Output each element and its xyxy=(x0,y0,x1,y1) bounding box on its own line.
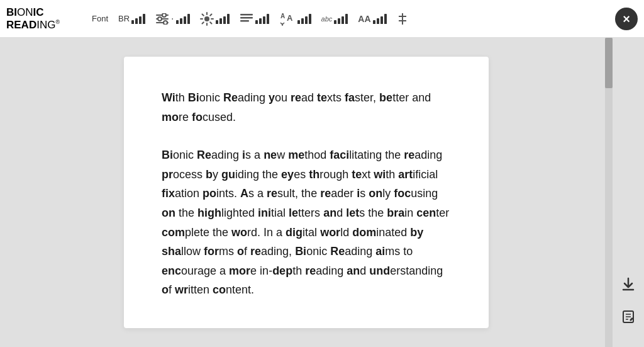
brightness-signal-icon xyxy=(216,14,230,24)
reading-card: With Bionic Reading you read texts faste… xyxy=(124,57,489,328)
svg-rect-15 xyxy=(240,14,253,16)
svg-line-21 xyxy=(280,23,282,25)
right-sidebar xyxy=(613,38,644,347)
download-button[interactable] xyxy=(617,273,640,295)
text-spacing-signal-icon xyxy=(297,14,311,24)
br-label: BR xyxy=(118,14,130,23)
text-style-signal-icon xyxy=(334,14,348,24)
svg-point-5 xyxy=(164,21,167,25)
logo-reading-bold: READING® xyxy=(6,19,60,31)
svg-line-14 xyxy=(202,22,203,23)
content-area: With Bionic Reading you read texts faste… xyxy=(0,38,644,347)
svg-text:A: A xyxy=(287,13,293,23)
close-button[interactable]: × xyxy=(615,8,638,30)
font-button[interactable]: Font xyxy=(88,11,112,26)
abc-icon: abc xyxy=(321,15,333,23)
text-align-button[interactable] xyxy=(236,11,273,27)
logo-bionic-line: BIONIC xyxy=(6,6,60,19)
download-icon xyxy=(621,276,636,292)
toolbar: BIONIC READING® Font BR xyxy=(0,0,644,38)
font-label: Font xyxy=(92,14,108,23)
sliders-icon xyxy=(155,13,169,25)
text-align-signal-icon xyxy=(255,14,269,24)
finetune-icon xyxy=(397,12,408,26)
font-size-button[interactable]: AA xyxy=(354,11,390,26)
logo: BIONIC READING® xyxy=(6,6,75,31)
text-style-button[interactable]: abc xyxy=(318,11,352,26)
text-spacing-icon: A A xyxy=(279,12,296,26)
logo-registered: ® xyxy=(55,19,60,25)
notes-icon xyxy=(621,309,636,324)
svg-line-22 xyxy=(282,23,284,25)
adjust-button[interactable]: · xyxy=(152,11,193,27)
text-align-icon xyxy=(240,13,253,25)
logo-bionic-bold: BIONIC xyxy=(6,6,44,18)
svg-text:A: A xyxy=(280,13,285,20)
svg-point-6 xyxy=(204,16,209,21)
text-spacing-button[interactable]: A A xyxy=(275,9,315,28)
svg-line-13 xyxy=(210,14,211,15)
br-signal-icon xyxy=(131,14,145,24)
logo-reading-line: READING® xyxy=(6,19,60,31)
adjust-signal-icon xyxy=(176,14,190,24)
sun-icon xyxy=(200,12,214,26)
svg-point-3 xyxy=(162,13,166,17)
dot-label: · xyxy=(171,13,174,25)
svg-line-11 xyxy=(202,14,203,15)
svg-line-12 xyxy=(210,22,211,23)
br-button[interactable]: BR xyxy=(114,11,149,26)
brightness-button[interactable] xyxy=(196,9,233,28)
paragraph-1: With Bionic Reading you read texts faste… xyxy=(162,88,451,127)
font-size-signal-icon xyxy=(373,14,387,24)
notes-button[interactable] xyxy=(617,305,640,328)
svg-point-4 xyxy=(158,17,162,21)
svg-rect-17 xyxy=(240,20,249,22)
main-content: With Bionic Reading you read texts faste… xyxy=(0,38,613,347)
close-icon: × xyxy=(623,13,630,25)
paragraph-2: Bionic Reading is a new method facilitat… xyxy=(162,145,451,300)
finetune-button[interactable] xyxy=(393,9,412,28)
svg-rect-16 xyxy=(240,17,253,19)
font-size-icon: AA xyxy=(358,14,370,24)
scrollbar-thumb[interactable] xyxy=(605,38,613,88)
scrollbar-track[interactable] xyxy=(605,38,613,347)
